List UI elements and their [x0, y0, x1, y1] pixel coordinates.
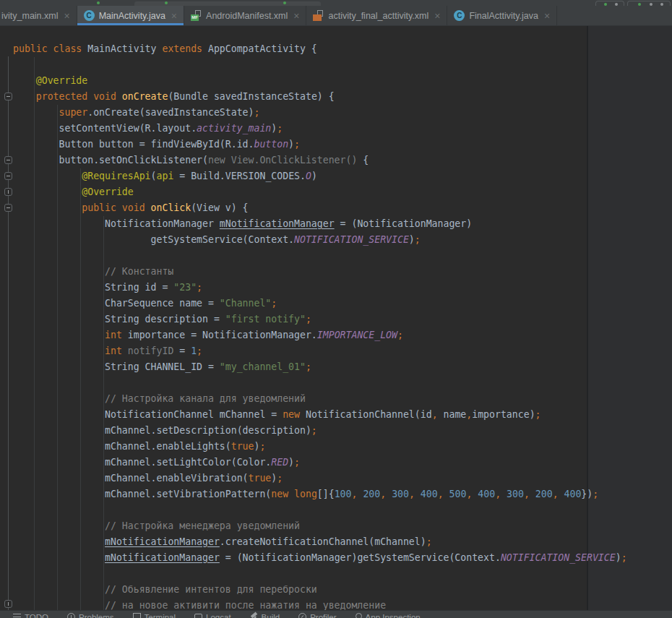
code-line: // Настройка менеджера уведомлений	[13, 518, 672, 534]
build-icon	[250, 613, 258, 618]
code-line: protected void onCreate(Bundle savedInst…	[13, 89, 672, 105]
tab-label: AndroidManifest.xml	[206, 11, 288, 21]
fold-marker[interactable]	[4, 204, 12, 212]
code-line: @RequiresApi(api = Build.VERSION_CODES.O…	[13, 168, 672, 184]
code-line: mChannel.setLightColor(Color.RED);	[13, 455, 672, 471]
code-line: Button button = findViewById(R.id.button…	[13, 137, 672, 153]
code-line: mChannel.setVibrationPattern(new long[]{…	[13, 486, 672, 502]
code-line: super.onCreate(savedInstanceState);	[13, 105, 672, 121]
tab-androidmanifest-xml[interactable]: MFAndroidManifest.xml×	[184, 6, 306, 25]
toolwindow-button-app-inspection[interactable]: App Inspection	[356, 613, 421, 618]
profiler-icon	[298, 613, 306, 618]
editor-tab-bar: ivity_main.xml×CMainActivity.java×MFAndr…	[0, 6, 672, 26]
close-icon[interactable]: ×	[64, 11, 70, 21]
todo-icon	[13, 614, 21, 618]
ide-window: ivity_main.xml×CMainActivity.java×MFAndr…	[0, 0, 672, 618]
toolwindow-label: Logcat	[206, 613, 231, 618]
code-line: CharSequence name = "Channel";	[13, 296, 672, 312]
toolwindow-button-build[interactable]: Build	[250, 613, 280, 618]
fold-marker[interactable]	[4, 172, 12, 180]
tab-mainactivity-java[interactable]: CMainActivity.java×	[77, 6, 184, 25]
problems-icon	[67, 613, 75, 618]
code-line: mChannel.enableVibration(true);	[13, 471, 672, 486]
toolwindow-label: App Inspection	[366, 613, 421, 618]
java-class-icon: C	[454, 10, 465, 21]
logcat-icon	[194, 614, 202, 618]
toolwindow-label: Terminal	[145, 613, 176, 618]
code-line: NotificationManager mNotificationManager…	[13, 216, 672, 232]
layout-xml-icon	[313, 10, 324, 21]
close-icon[interactable]: ×	[293, 11, 299, 21]
code-line	[13, 375, 672, 391]
tab-activity-final-acttivity-xml[interactable]: activity_final_acttivity.xml×	[306, 6, 447, 25]
toolwindow-label: TODO	[25, 613, 48, 618]
toolbar-green-dot	[165, 1, 168, 4]
code-line	[13, 566, 672, 582]
code-line: getSystemService(Context.NOTIFICATION_SE…	[13, 232, 672, 248]
toolbar-green-dot	[97, 1, 100, 4]
toolwindow-button-profiler[interactable]: Profiler	[298, 613, 336, 618]
code-line: // Обьявление интентов для переброски	[13, 582, 672, 598]
tab-label: MainActivity.java	[99, 11, 165, 21]
code-line: String description = "first notify";	[13, 312, 672, 327]
code-line: String id = "23";	[13, 280, 672, 296]
code-line: public class MainActivity extends AppCom…	[13, 41, 672, 57]
tab-label: FinalActtivity.java	[469, 11, 538, 21]
java-class-icon: C	[84, 10, 95, 21]
close-icon[interactable]: ×	[434, 11, 440, 21]
fold-marker[interactable]	[4, 188, 12, 196]
terminal-icon	[133, 613, 141, 618]
code-line	[13, 248, 672, 264]
code-line: mChannel.enableLights(true);	[13, 439, 672, 455]
code-line: NotificationChannel mChannel = new Notif…	[13, 407, 672, 423]
toolwindow-button-logcat[interactable]: Logcat	[194, 613, 231, 618]
toolwindow-label: Problems	[79, 613, 114, 618]
code-line: String CHANNEL_ID = "my_channel_01";	[13, 359, 672, 375]
tab-finalacttivity-java[interactable]: CFinalActtivity.java×	[447, 6, 557, 25]
tool-window-bar: TODOProblemsTerminalLogcatBuildProfilerA…	[0, 610, 672, 618]
code-line	[13, 502, 672, 518]
close-icon[interactable]: ×	[544, 11, 550, 21]
toolwindow-button-problems[interactable]: Problems	[67, 613, 114, 618]
tab-label: activity_final_acttivity.xml	[328, 11, 428, 21]
fold-marker[interactable]	[4, 156, 12, 164]
code-line: @Override	[13, 184, 672, 200]
code-line: mNotificationManager = (NotificationMana…	[13, 550, 672, 566]
toolwindow-button-terminal[interactable]: Terminal	[133, 613, 176, 618]
close-icon[interactable]: ×	[171, 11, 177, 21]
app-inspection-icon	[356, 613, 362, 618]
manifest-icon: MF	[191, 10, 202, 21]
code-line: int notifyID = 1;	[13, 343, 672, 359]
toolwindow-label: Profiler	[310, 613, 336, 618]
code-line: // Константы	[13, 264, 672, 280]
toolwindow-button-todo[interactable]: TODO	[13, 613, 48, 618]
code-line: mNotificationManager.createNotificationC…	[13, 534, 672, 550]
toolwindow-label: Build	[262, 613, 280, 618]
code-line: // Настройка канала для уведомлений	[13, 391, 672, 407]
tab-label: ivity_main.xml	[1, 11, 59, 21]
code-line: @Override	[13, 73, 672, 89]
code-line: public void onClick(View v) {	[13, 200, 672, 216]
fold-marker[interactable]	[4, 600, 12, 608]
code-editor[interactable]: public class MainActivity extends AppCom…	[0, 26, 672, 610]
code-line: mChannel.setDescription(description);	[13, 423, 672, 439]
toolbar-green-dot	[283, 1, 286, 4]
fold-marker[interactable]	[4, 93, 12, 100]
code-line: setContentView(R.layout.activity_main);	[13, 121, 672, 137]
code-area[interactable]: public class MainActivity extends AppCom…	[0, 26, 672, 610]
tab-ivity-main-xml[interactable]: ivity_main.xml×	[0, 6, 77, 25]
code-line: button.setOnClickListener(new View.OnCli…	[13, 153, 672, 168]
code-line	[13, 57, 672, 73]
code-line: int importance = NotificationManager.IMP…	[13, 327, 672, 343]
